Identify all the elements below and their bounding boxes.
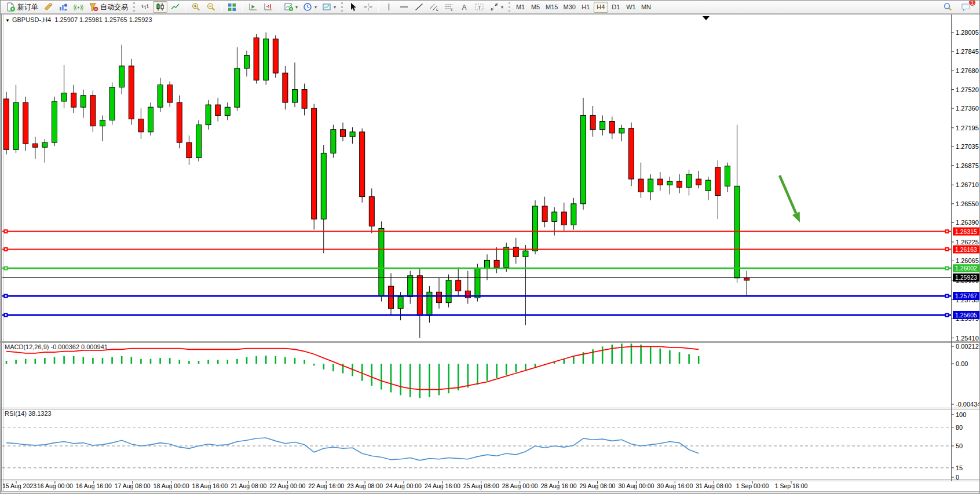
- chart-shift-icon: [263, 2, 273, 12]
- candle: [513, 247, 518, 257]
- timeframe-button-m1[interactable]: M1: [513, 2, 528, 13]
- quotes-button[interactable]: [41, 1, 56, 13]
- candle: [408, 276, 413, 297]
- fibonacci-button[interactable]: F: [442, 1, 456, 13]
- svg-text:24 Aug 16:00: 24 Aug 16:00: [425, 482, 460, 489]
- text-label-button[interactable]: T: [472, 1, 487, 13]
- candle: [715, 167, 721, 196]
- zoom-in-button[interactable]: [189, 1, 203, 13]
- svg-text:1.27520: 1.27520: [956, 86, 979, 93]
- new-chart-dropdown[interactable]: ▾: [281, 1, 300, 13]
- new-order-button[interactable]: 新订单: [3, 1, 41, 13]
- candle: [686, 174, 692, 187]
- market-watch-button[interactable]: [56, 1, 71, 13]
- candlestick-button[interactable]: [153, 1, 167, 13]
- timeframe-button-h4[interactable]: H4: [594, 2, 608, 13]
- cursor-button[interactable]: [346, 1, 360, 13]
- candle: [350, 132, 355, 137]
- timeframe-button-h1[interactable]: H1: [579, 2, 593, 13]
- svg-text:28 Aug 00:00: 28 Aug 00:00: [502, 482, 538, 489]
- candle: [734, 186, 740, 278]
- candle: [561, 212, 566, 225]
- line-chart-button[interactable]: [168, 1, 182, 13]
- autotrading-label: 自动交易: [100, 2, 128, 12]
- svg-text:22 Aug 16:00: 22 Aug 16:00: [308, 482, 344, 489]
- candle: [446, 280, 451, 303]
- candle: [206, 105, 211, 125]
- text-label-icon: T: [474, 2, 484, 12]
- candle: [235, 68, 240, 107]
- candle: [90, 96, 96, 126]
- candle: [571, 204, 576, 225]
- chart-shift-button[interactable]: [261, 1, 275, 13]
- candle: [187, 142, 192, 158]
- svg-text:30 Aug 16:00: 30 Aug 16:00: [657, 482, 693, 489]
- candle: [109, 87, 115, 120]
- toolbar-grip: [133, 2, 135, 12]
- arrows-dropdown[interactable]: ▾: [487, 1, 506, 13]
- svg-text:50: 50: [956, 442, 963, 449]
- crosshair-button[interactable]: [361, 1, 375, 13]
- channel-icon: E: [429, 2, 439, 12]
- svg-text:1.27035: 1.27035: [956, 143, 979, 150]
- svg-text:1.26550: 1.26550: [956, 200, 979, 207]
- svg-text:1.25923: 1.25923: [955, 274, 977, 281]
- toolbar-separator: [278, 2, 279, 12]
- candle: [475, 269, 480, 298]
- candle: [369, 197, 374, 226]
- timeframe-button-m30[interactable]: M30: [561, 2, 577, 13]
- timeframe-bar: M1M5M15M30H1H4D1W1MN: [513, 2, 653, 13]
- horizontal-line-button[interactable]: [397, 1, 411, 13]
- candle: [196, 125, 202, 158]
- autoscroll-icon: [248, 2, 258, 12]
- svg-text:1.26390: 1.26390: [956, 219, 979, 226]
- time-axis: 15 Aug 202316 Aug 00:0016 Aug 16:0017 Au…: [2, 481, 807, 489]
- horizontal-line-icon: [399, 2, 409, 12]
- price-chart-canvas[interactable]: 1.280051.278451.276801.275201.273601.271…: [1, 1, 980, 494]
- chart-ohlc-values: 1.25907 1.25981 1.25765 1.25923: [54, 16, 152, 23]
- timeframe-button-m15[interactable]: M15: [543, 2, 560, 13]
- equidistant-channel-button[interactable]: E: [427, 1, 441, 13]
- templates-dropdown[interactable]: ▾: [320, 1, 338, 13]
- clock-icon: [303, 2, 313, 12]
- timeframe-button-d1[interactable]: D1: [609, 2, 623, 13]
- vertical-line-button[interactable]: [382, 1, 396, 13]
- quotes-icon: [43, 2, 53, 12]
- candle: [619, 129, 624, 133]
- period-dropdown[interactable]: ▾: [301, 1, 319, 13]
- candle: [177, 103, 182, 142]
- text-button[interactable]: A: [457, 1, 471, 13]
- svg-text:17 Aug 08:00: 17 Aug 08:00: [115, 482, 151, 489]
- trendline-button[interactable]: [412, 1, 426, 13]
- candle: [705, 180, 711, 191]
- bar-chart-button[interactable]: [138, 1, 152, 13]
- candle: [312, 108, 317, 219]
- search-button[interactable]: [941, 1, 955, 13]
- autotrading-button[interactable]: 自动交易: [86, 1, 130, 13]
- svg-text:100: 100: [956, 411, 966, 418]
- autoscroll-button[interactable]: [246, 1, 260, 13]
- chat-button[interactable]: 1: [959, 1, 973, 13]
- svg-text:23 Aug 08:00: 23 Aug 08:00: [347, 482, 383, 489]
- candle: [283, 73, 288, 103]
- timeframe-button-mn[interactable]: MN: [639, 2, 653, 13]
- svg-text:1.25605: 1.25605: [955, 312, 977, 319]
- chart-menu-arrow-icon[interactable]: ▼: [5, 18, 10, 23]
- candle: [138, 119, 144, 131]
- signals-button[interactable]: [71, 1, 86, 13]
- timeframe-button-w1[interactable]: W1: [624, 2, 638, 13]
- svg-text:15: 15: [956, 464, 963, 471]
- svg-text:1.25767: 1.25767: [955, 292, 977, 299]
- tile-windows-button[interactable]: [225, 1, 239, 13]
- candle: [581, 115, 586, 203]
- toolbar-separator: [221, 2, 222, 12]
- candle: [254, 38, 259, 80]
- bar-chart-icon: [140, 2, 150, 12]
- timeframe-button-m5[interactable]: M5: [528, 2, 543, 13]
- zoom-out-button[interactable]: [204, 1, 218, 13]
- svg-text:31 Aug 08:00: 31 Aug 08:00: [696, 482, 732, 489]
- chart-symbol-label: GBPUSD-,H4: [12, 16, 51, 23]
- macd-indicator-label: MACD(12,26,9) -0.000362 0.000941: [5, 343, 108, 350]
- zoom-in-icon: [191, 2, 201, 12]
- svg-text:A: A: [462, 3, 467, 12]
